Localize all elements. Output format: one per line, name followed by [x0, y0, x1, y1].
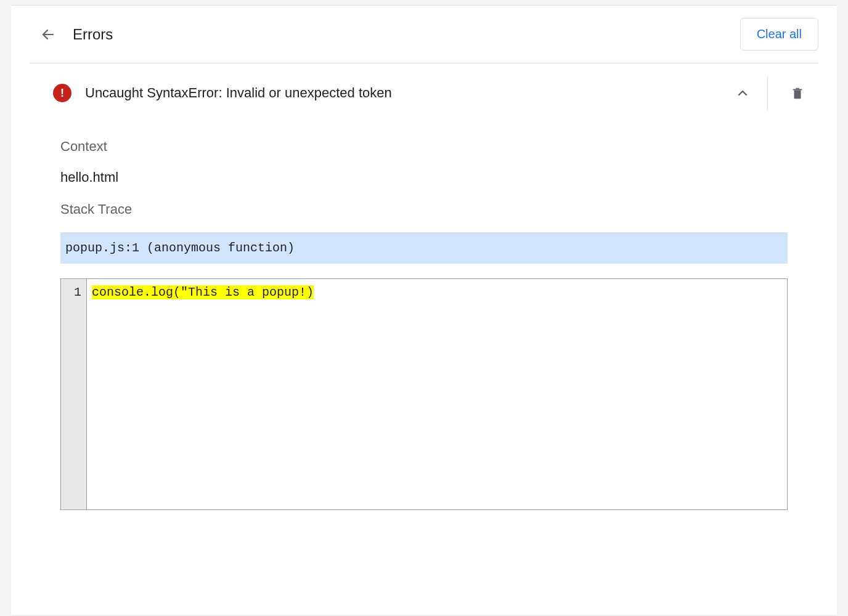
error-header-row: ! Uncaught SyntaxError: Invalid or unexp…	[11, 63, 837, 123]
error-details: Context hello.html Stack Trace popup.js:…	[11, 139, 837, 510]
back-button[interactable]	[33, 20, 63, 49]
stack-trace-heading: Stack Trace	[60, 201, 788, 217]
arrow-left-icon	[41, 27, 55, 42]
line-number: 1	[61, 285, 81, 299]
errors-panel: Errors Clear all ! Uncaught SyntaxError:…	[11, 5, 837, 615]
trash-icon	[791, 86, 804, 100]
error-message: Uncaught SyntaxError: Invalid or unexpec…	[85, 85, 728, 101]
code-body: console.log("This is a popup!)	[87, 279, 787, 509]
stack-trace-entry[interactable]: popup.js:1 (anonymous function)	[60, 232, 788, 264]
chevron-up-icon	[735, 86, 750, 100]
vertical-divider	[767, 76, 768, 110]
code-gutter: 1	[61, 279, 87, 509]
context-heading: Context	[60, 139, 788, 155]
context-value: hello.html	[60, 169, 788, 185]
header: Errors Clear all	[11, 6, 837, 63]
page-title: Errors	[73, 26, 740, 43]
clear-all-button[interactable]: Clear all	[740, 18, 818, 51]
error-icon: !	[53, 84, 71, 102]
code-viewer: 1 console.log("This is a popup!)	[60, 278, 788, 510]
delete-error-button[interactable]	[783, 78, 812, 108]
code-line-highlighted: console.log("This is a popup!)	[92, 285, 314, 299]
collapse-button[interactable]	[728, 78, 757, 108]
